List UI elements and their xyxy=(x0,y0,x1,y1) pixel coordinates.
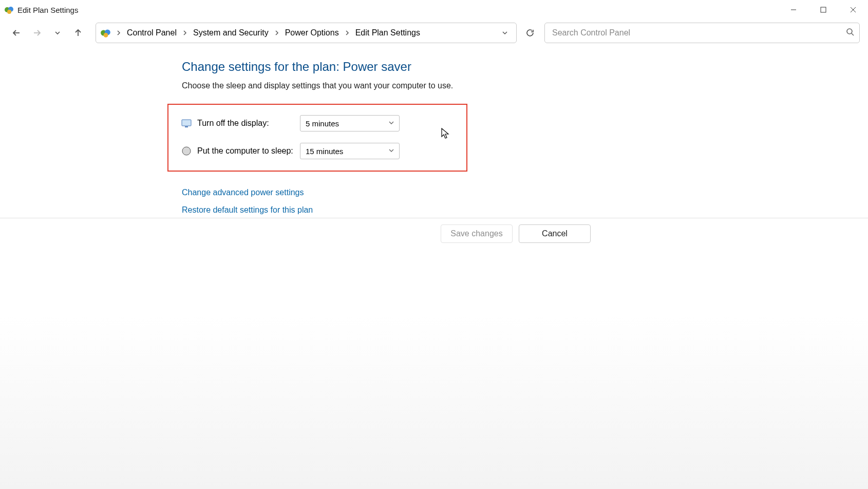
search-input[interactable] xyxy=(552,28,846,37)
forward-button[interactable] xyxy=(27,23,47,43)
chevron-right-icon[interactable] xyxy=(271,30,283,36)
moon-icon xyxy=(181,145,192,157)
svg-line-11 xyxy=(852,33,854,35)
page-description: Choose the sleep and display settings th… xyxy=(182,81,868,90)
toolbar: Control Panel System and Security Power … xyxy=(0,20,868,46)
svg-rect-12 xyxy=(182,120,191,126)
footer-bar: Save changes Cancel xyxy=(0,218,868,249)
breadcrumb-system-and-security[interactable]: System and Security xyxy=(191,26,271,40)
maximize-button[interactable] xyxy=(808,0,838,20)
display-label: Turn off the display: xyxy=(197,119,300,128)
setting-row-display: Turn off the display: 5 minutes xyxy=(181,115,454,131)
up-button[interactable] xyxy=(68,23,88,43)
sleep-label: Put the computer to sleep: xyxy=(197,146,300,156)
save-changes-button[interactable]: Save changes xyxy=(441,224,513,243)
content-area: Change settings for the plan: Power save… xyxy=(0,46,868,215)
chevron-right-icon[interactable] xyxy=(179,30,191,36)
back-button[interactable] xyxy=(6,23,27,43)
display-icon xyxy=(181,118,192,129)
link-restore-defaults[interactable]: Restore default settings for this plan xyxy=(182,205,313,215)
breadcrumb-power-options[interactable]: Power Options xyxy=(283,26,341,40)
svg-point-10 xyxy=(847,29,852,34)
chevron-down-icon xyxy=(389,120,394,126)
search-box[interactable] xyxy=(544,23,860,43)
sleep-value: 15 minutes xyxy=(306,147,343,156)
svg-point-9 xyxy=(104,33,108,37)
refresh-button[interactable] xyxy=(520,23,540,43)
display-dropdown[interactable]: 5 minutes xyxy=(300,115,400,131)
link-advanced-settings[interactable]: Change advanced power settings xyxy=(182,188,304,197)
svg-point-2 xyxy=(7,10,11,14)
address-bar[interactable]: Control Panel System and Security Power … xyxy=(96,23,517,43)
breadcrumb-control-panel[interactable]: Control Panel xyxy=(125,26,179,40)
sleep-dropdown[interactable]: 15 minutes xyxy=(300,143,400,159)
display-value: 5 minutes xyxy=(306,119,339,128)
minimize-button[interactable] xyxy=(779,0,808,20)
close-button[interactable] xyxy=(838,0,868,20)
recent-locations-button[interactable] xyxy=(47,23,68,43)
chevron-right-icon[interactable] xyxy=(341,30,353,36)
setting-row-sleep: Put the computer to sleep: 15 minutes xyxy=(181,143,454,159)
address-bar-dropdown[interactable] xyxy=(498,30,512,36)
page-title: Change settings for the plan: Power save… xyxy=(182,60,868,74)
cancel-button[interactable]: Cancel xyxy=(519,224,591,243)
titlebar: Edit Plan Settings xyxy=(0,0,868,20)
breadcrumb-edit-plan-settings[interactable]: Edit Plan Settings xyxy=(353,26,422,40)
svg-rect-4 xyxy=(821,7,826,12)
control-panel-icon xyxy=(100,27,111,39)
search-icon[interactable] xyxy=(846,28,854,37)
window-title: Edit Plan Settings xyxy=(17,6,78,14)
svg-point-14 xyxy=(182,147,191,155)
svg-rect-13 xyxy=(185,126,188,127)
chevron-down-icon xyxy=(389,148,394,154)
window-controls xyxy=(779,0,868,20)
settings-highlight: Turn off the display: 5 minutes Put the … xyxy=(167,104,467,172)
chevron-right-icon[interactable] xyxy=(112,30,125,36)
control-panel-icon xyxy=(4,5,14,15)
